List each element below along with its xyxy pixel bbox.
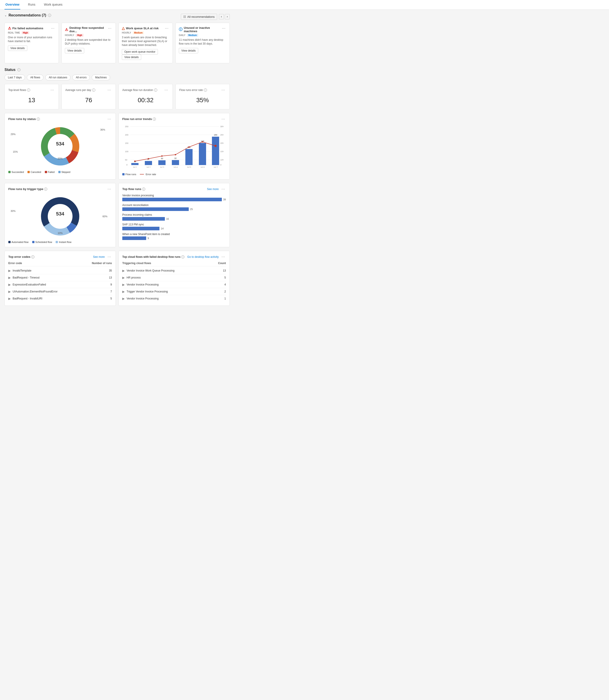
rec-card-menu-1[interactable]: ⋯ — [107, 26, 112, 30]
error-codes-see-more[interactable]: See more — [93, 255, 105, 259]
legend-dot-failed — [45, 171, 47, 173]
bar-line-chart: 250 200 150 100 50 0 30% 25% 20% 15% 10%… — [124, 124, 224, 168]
rec-view-details-2[interactable]: View details — [122, 54, 141, 60]
tab-work-queues[interactable]: Work queues — [43, 0, 63, 10]
expand-icon[interactable]: ⌄ — [4, 14, 7, 17]
legend-instant: Instant flow — [56, 241, 71, 243]
svg-text:Jul 1: Jul 1 — [133, 166, 137, 168]
top-error-codes-card: Top error codes i See more ⋯ Error code … — [4, 251, 116, 306]
stat-info-icon-0[interactable]: i — [27, 88, 30, 92]
svg-text:30: 30 — [161, 157, 163, 160]
svg-text:32: 32 — [174, 157, 177, 159]
stat-value-2: 00:32 — [122, 95, 169, 106]
cloud-flows-menu[interactable]: ⋯ — [221, 255, 226, 259]
legend-scheduled: Scheduled flow — [32, 241, 52, 243]
status-info-icon[interactable]: i — [17, 68, 20, 71]
svg-text:25%: 25% — [220, 134, 224, 136]
error-code-name-1: BadRequest - Timeout — [13, 276, 39, 279]
cloud-flows-col1: Triggering cloud flows — [122, 262, 151, 265]
top-flow-runs-see-more[interactable]: See more — [207, 188, 219, 191]
rec-card-0: ⚠ Fix failed automations ⋯ REAL TIME Hig… — [4, 23, 59, 63]
stat-info-icon-3[interactable]: i — [204, 88, 207, 92]
legend-label-error-rate: Error rate — [146, 173, 156, 176]
svg-text:534: 534 — [56, 211, 65, 216]
stat-value-0: 13 — [8, 95, 55, 106]
next-recommendation-button[interactable]: › — [225, 14, 230, 19]
svg-text:0: 0 — [220, 164, 221, 166]
rec-card-menu-0[interactable]: ⋯ — [50, 26, 55, 30]
rec-body-1: 2 desktop flows are suspended due to DLP… — [65, 38, 112, 46]
error-trends-legend: Flow runs Error rate — [122, 173, 226, 176]
legend-dot-flow-runs — [122, 173, 124, 175]
cloud-flow-count-3: 2 — [224, 290, 226, 293]
flow-run-label-2: Process incoming claims — [122, 213, 226, 216]
error-codes-info[interactable]: i — [31, 255, 34, 259]
error-codes-menu[interactable]: ⋯ — [106, 255, 112, 259]
chart-row-2: Flow runs by trigger type i ⋯ 534 — [4, 183, 230, 247]
svg-text:10%: 10% — [220, 159, 224, 161]
cloud-flows-title: Top cloud flows with failed desktop flow… — [122, 255, 185, 259]
flow-run-item-3: SAP 113 PM sync 14 — [122, 223, 226, 230]
cloud-flows-see-more[interactable]: Go to desktop flow activity — [187, 255, 219, 259]
trigger-type-title: Flow runs by trigger type i — [8, 187, 47, 191]
filter-machines[interactable]: Machines — [92, 74, 110, 81]
stat-menu-1[interactable]: ⋯ — [106, 88, 112, 92]
rec-body-2: 3 work queues are close to breaching the… — [122, 36, 169, 47]
stat-info-icon-2[interactable]: i — [154, 88, 157, 92]
tab-runs[interactable]: Runs — [27, 0, 36, 10]
tab-overview[interactable]: Overview — [4, 0, 20, 10]
stat-menu-2[interactable]: ⋯ — [163, 88, 169, 92]
flow-run-label-1: Account reconciliation — [122, 204, 226, 207]
flow-run-value-2: 16 — [166, 217, 169, 220]
filter-allflows[interactable]: All flows — [27, 74, 44, 81]
flow-run-bar-0 — [122, 198, 222, 201]
cloud-flow-count-2: 4 — [224, 283, 226, 286]
prev-recommendation-button[interactable]: ‹ — [219, 14, 224, 19]
filter-allerrors[interactable]: All errors — [72, 74, 90, 81]
flow-runs-status-info[interactable]: i — [37, 118, 40, 121]
svg-text:Jul 3: Jul 3 — [160, 166, 164, 168]
rec-view-details-1[interactable]: View details — [65, 48, 84, 53]
rec-view-details-3[interactable]: View details — [179, 48, 198, 53]
top-flow-runs-menu[interactable]: ⋯ — [221, 187, 226, 191]
error-code-name-0: InvalidTemplate — [13, 269, 31, 272]
cloud-flow-name-3: Trigger Vendor Invoice Processing — [126, 290, 168, 293]
cloud-flows-list: ▶ Vendor Invoice Work Queue Processing 1… — [122, 267, 226, 302]
error-trends-info[interactable]: i — [153, 118, 156, 121]
stat-menu-0[interactable]: ⋯ — [50, 88, 55, 92]
legend-dot-skipped — [58, 171, 60, 173]
flow-runs-status-menu[interactable]: ⋯ — [106, 117, 112, 121]
cloud-flow-row-4: ▶ Vendor Invoice Processing 1 — [122, 295, 226, 302]
error-codes-col-header: Error code Number of runs — [8, 262, 112, 266]
error-trends-card: Flow run error trends i ⋯ 250 200 150 10… — [119, 113, 230, 179]
filter-last7days[interactable]: Last 7 days — [4, 74, 25, 81]
stat-card-2: Average flow run duration i ⋯ 00:32 — [119, 84, 173, 109]
legend-label-scheduled: Scheduled flow — [35, 241, 52, 243]
stat-info-icon-1[interactable]: i — [92, 88, 95, 92]
cloud-flows-info[interactable]: i — [181, 255, 185, 259]
rec-card-menu-2[interactable]: ⋯ — [164, 26, 169, 30]
recommendations-info-icon[interactable]: i — [48, 14, 51, 17]
top-flow-runs-title: Top flow runs i — [122, 187, 145, 191]
point-4 — [188, 146, 190, 148]
flow-run-bar-1 — [122, 207, 189, 211]
rec-open-monitor-2[interactable]: Open work queue monitor — [122, 49, 158, 54]
rec-card-menu-3[interactable]: ⋯ — [221, 26, 226, 30]
flow-run-item-1: Account reconciliation 25 — [122, 204, 226, 211]
rec-card-title-3: Unused or inactive machines — [184, 26, 221, 33]
filter-allrunstatuses[interactable]: All run statuses — [45, 74, 70, 81]
all-recommendations-button[interactable]: ☷ All recommendations — [181, 14, 217, 20]
cloud-flow-count-1: 5 — [224, 276, 226, 279]
trigger-type-info[interactable]: i — [44, 188, 47, 191]
error-trends-menu[interactable]: ⋯ — [221, 117, 226, 121]
legend-dot-automated — [8, 241, 11, 243]
stat-card-1: Average runs per day i ⋯ 76 — [62, 84, 116, 109]
chart-row-1: Flow runs by status i ⋯ — [4, 113, 230, 179]
top-flow-runs-info[interactable]: i — [142, 188, 145, 191]
cloud-flow-row-2: ▶ Vendor Invoice Processing 4 — [122, 281, 226, 288]
stat-menu-3[interactable]: ⋯ — [221, 88, 226, 92]
rec-view-details-0[interactable]: View details — [8, 46, 27, 51]
point-3 — [175, 154, 176, 155]
trigger-type-menu[interactable]: ⋯ — [106, 187, 112, 191]
flow-run-label-4: When a new SharePoint item is created — [122, 232, 226, 236]
